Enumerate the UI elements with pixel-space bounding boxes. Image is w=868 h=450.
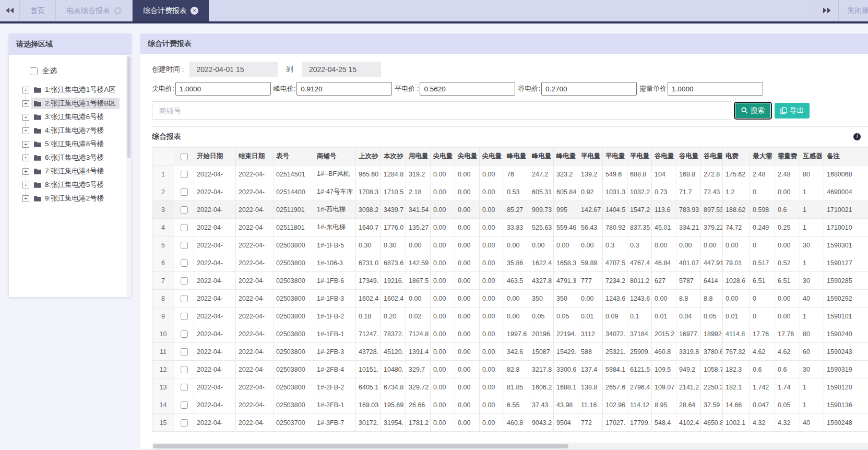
price-input-2[interactable]	[296, 82, 392, 96]
table-row[interactable]: 132022-04-2022-04-025038001#-2FB-26405.1…	[152, 378, 868, 396]
price-input-5[interactable]	[668, 82, 763, 96]
export-button[interactable]: 导出	[775, 103, 810, 119]
expand-plus-icon[interactable]: +	[22, 155, 29, 161]
table-row[interactable]: 22022-04-2022-04-025144001#-47号车库1708.31…	[152, 183, 868, 201]
column-header[interactable]: 尖电量	[431, 148, 455, 165]
tree-node[interactable]: 3:张江集电港6号楼	[31, 111, 108, 123]
tab-1[interactable]: 首页	[20, 0, 56, 21]
tree-item-9[interactable]: +9:张江集电港2号楼	[22, 192, 126, 205]
tree-node[interactable]: 8:张江集电港5号楼	[31, 179, 108, 191]
row-checkbox[interactable]	[181, 348, 188, 356]
tab-2[interactable]: 电表综合报表×	[56, 0, 133, 21]
column-header[interactable]: 峰电量	[529, 148, 554, 165]
row-checkbox[interactable]	[181, 419, 188, 427]
tree-item-4[interactable]: +4:张江集电港7号楼	[22, 124, 126, 137]
tree-item-3[interactable]: +3:张江集电港6号楼	[22, 110, 126, 124]
column-header[interactable]: 开始日期	[194, 148, 236, 165]
row-checkbox[interactable]	[181, 366, 188, 373]
expand-plus-icon[interactable]: +	[22, 168, 29, 175]
column-header[interactable]: 备注	[824, 148, 868, 165]
table-row[interactable]: 112022-04-2022-04-025038001#-2FB-343728.…	[152, 343, 868, 361]
expand-plus-icon[interactable]: +	[22, 100, 29, 107]
column-header[interactable]: 电费	[723, 148, 750, 165]
row-checkbox[interactable]	[181, 224, 188, 231]
row-checkbox[interactable]	[181, 313, 188, 320]
tree-item-1[interactable]: +1:张江集电港1号楼A区	[22, 83, 126, 97]
row-checkbox[interactable]	[181, 242, 188, 249]
table-row[interactable]: 62022-04-2022-04-025038001#-106-36731.06…	[152, 254, 868, 272]
column-header[interactable]: 平电量	[603, 148, 627, 165]
horizontal-scrollbar[interactable]	[152, 443, 868, 449]
tree-item-5[interactable]: +5:张江集电港8号楼	[22, 137, 126, 151]
table-row[interactable]: 92022-04-2022-04-025038001#-1FB-20.180.2…	[152, 307, 868, 325]
table-row[interactable]: 102022-04-2022-04-025038001#-1FB-171247.…	[152, 325, 868, 343]
tab-close-icon[interactable]: ×	[114, 7, 122, 15]
table-row[interactable]: 32022-04-2022-04-025119011#-西电梯3098.2343…	[152, 201, 868, 219]
tab-3[interactable]: 综合计费报表×	[133, 0, 209, 21]
column-header[interactable]: 需量费	[775, 148, 800, 165]
shop-number-input[interactable]	[152, 101, 731, 120]
expand-plus-icon[interactable]: +	[22, 114, 29, 121]
tree-item-6[interactable]: +6:张江集电港3号楼	[22, 151, 126, 164]
table-row[interactable]: 82022-04-2022-04-025038001#-1FB-31602.41…	[152, 290, 868, 307]
price-input-1[interactable]	[175, 82, 271, 96]
row-checkbox[interactable]	[181, 330, 188, 338]
column-header[interactable]: 平电量	[578, 148, 603, 165]
tree-item-2[interactable]: +2:张江集电港1号楼B区	[22, 97, 126, 110]
column-header[interactable]: 商铺号	[314, 148, 356, 165]
sidebar-scrollbar-thumb[interactable]	[127, 56, 130, 158]
column-header[interactable]: 本次抄	[381, 148, 406, 165]
tree-node[interactable]: 6:张江集电港3号楼	[31, 152, 108, 163]
tree-node[interactable]: 1:张江集电港1号楼A区	[31, 84, 120, 96]
info-icon[interactable]: i	[853, 133, 861, 140]
search-button[interactable]: 搜索	[735, 103, 771, 119]
tree-item-7[interactable]: +7:张江集电港4号楼	[22, 164, 126, 178]
date-from-input[interactable]	[189, 62, 278, 77]
tree-node[interactable]: 2:张江集电港1号楼B区	[31, 98, 120, 109]
table-row[interactable]: 152022-04-2022-04-025037001#-3FB-730172.…	[152, 414, 868, 432]
expand-plus-icon[interactable]: +	[22, 141, 29, 148]
row-checkbox[interactable]	[181, 206, 188, 214]
column-header[interactable]: 谷电量	[676, 148, 701, 165]
date-to-input[interactable]	[302, 62, 381, 77]
row-checkbox[interactable]	[181, 259, 188, 267]
column-header[interactable]: 最大需	[750, 148, 775, 165]
tree-item-8[interactable]: +8:张江集电港5号楼	[22, 178, 126, 192]
tree-node[interactable]: 4:张江集电港7号楼	[31, 125, 108, 136]
column-header[interactable]: 用电量	[406, 148, 431, 165]
select-all-checkbox[interactable]	[30, 67, 38, 75]
tree-node[interactable]: 9:张江集电港2号楼	[31, 193, 108, 204]
table-row[interactable]: 122022-04-2022-04-025038001#-2FB-410151.…	[152, 361, 868, 378]
expand-plus-icon[interactable]: +	[22, 182, 29, 188]
row-checkbox[interactable]	[181, 188, 188, 196]
row-checkbox[interactable]	[181, 277, 188, 285]
select-all-rows-checkbox[interactable]	[181, 153, 188, 160]
column-header[interactable]: 谷电量	[652, 148, 676, 165]
table-row[interactable]: 52022-04-2022-04-025038001#-1FB-50.300.3…	[152, 236, 868, 254]
tree-node[interactable]: 5:张江集电港8号楼	[31, 138, 108, 150]
row-checkbox[interactable]	[181, 171, 188, 178]
expand-plus-icon[interactable]: +	[22, 87, 29, 93]
expand-plus-icon[interactable]: +	[22, 195, 29, 202]
column-header[interactable]: 上次抄	[356, 148, 381, 165]
column-header[interactable]: 互感器	[800, 148, 824, 165]
row-checkbox[interactable]	[181, 384, 188, 391]
table-row[interactable]: 12022-04-2022-04-025145011#--BF风机965.601…	[152, 165, 868, 183]
row-checkbox[interactable]	[181, 401, 188, 409]
horizontal-scrollbar-thumb[interactable]	[153, 444, 568, 448]
column-header[interactable]: 尖电量	[455, 148, 480, 165]
tab-close-icon[interactable]: ×	[191, 7, 198, 15]
table-row[interactable]: 72022-04-2022-04-025038001#-1FB-617349.1…	[152, 272, 868, 290]
column-header[interactable]: 平电量	[627, 148, 652, 165]
column-header[interactable]: 表号	[274, 148, 314, 165]
close-operations-menu[interactable]: 关闭操作	[839, 0, 868, 21]
tree-node[interactable]: 7:张江集电港4号楼	[31, 165, 108, 177]
sidebar-scrollbar[interactable]	[126, 55, 131, 297]
collapse-tabs-button[interactable]	[0, 0, 20, 21]
column-header[interactable]: 峰电量	[554, 148, 578, 165]
expand-plus-icon[interactable]: +	[22, 127, 29, 134]
select-all-row[interactable]: 全选	[30, 66, 126, 76]
column-header[interactable]: 谷电量	[701, 148, 723, 165]
price-input-4[interactable]	[541, 82, 637, 96]
table-row[interactable]: 142022-04-2022-04-025038001#-2FB-1169.03…	[152, 396, 868, 414]
